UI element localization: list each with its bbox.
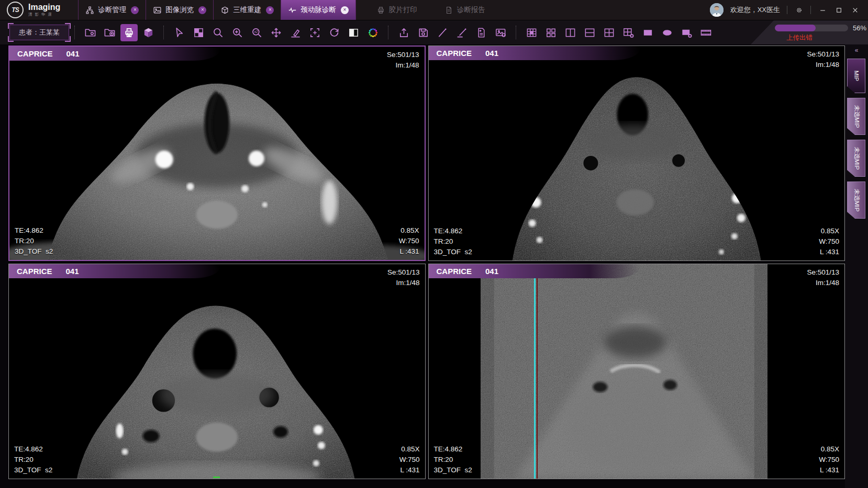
layout-quad-small-button[interactable] (542, 24, 560, 41)
welcome-text: 欢迎您，XX医生 (730, 5, 780, 15)
folder-gear-icon (84, 27, 96, 39)
tab-film-print[interactable]: 胶片打印 (370, 0, 424, 20)
tab-diagnosis-report[interactable]: 诊断报告 (438, 0, 492, 20)
roi-plus-icon (309, 27, 321, 39)
minimize-icon[interactable] (818, 5, 827, 15)
toolbar-separator (516, 26, 517, 39)
pencil-ruler-icon (290, 27, 302, 39)
tab-close-icon[interactable]: × (198, 6, 206, 14)
viewport-top-right[interactable]: CAPRICE041 Se:501/13Im:1/48 TE:4.862TR:2… (428, 46, 845, 261)
settings-gear-icon[interactable] (794, 5, 804, 15)
overlay-acquisition-info: TE:4.862TR:203D_TOF s2 (14, 444, 52, 475)
overlay-window-info: 0.85XW:750L :431 (399, 444, 420, 475)
grid-remove-icon (622, 27, 635, 39)
shape-rect-button[interactable] (639, 24, 656, 41)
right-side-rail: « MIP 未选MIP 未选MIP 未选MIP (845, 44, 868, 488)
draw-line-button[interactable] (434, 24, 451, 41)
series-title: CAPRICE (17, 49, 53, 58)
corner-mark (8, 23, 14, 29)
layout-clear-button[interactable] (620, 24, 637, 41)
overlay-acquisition-info: TE:4.862TR:203D_TOF s2 (15, 225, 53, 257)
side-tab-mip[interactable]: MIP (847, 59, 865, 93)
color-wheel-icon (367, 27, 379, 39)
annotate-line-button[interactable] (453, 24, 471, 41)
magnify-button[interactable] (209, 24, 227, 41)
zoom-in-button[interactable] (229, 24, 246, 41)
tab-close-icon[interactable]: × (131, 6, 139, 14)
viewport-bottom-right[interactable]: CAPRICE041 Se:501/13Im:1/48 TE:4.862TR:2… (428, 264, 845, 479)
rotate-button[interactable] (326, 24, 343, 41)
top-bar: TS Imaging 清影华康 诊断管理 × 图像浏览 × (0, 0, 868, 20)
invert-icon (348, 27, 360, 39)
close-icon[interactable] (850, 5, 860, 15)
tab-label: 图像浏览 (165, 5, 194, 15)
side-tab-unselected-mip-3[interactable]: 未选MIP (847, 181, 865, 219)
series-number: 041 (66, 49, 80, 58)
tab-diagnosis-management[interactable]: 诊断管理 × (78, 0, 146, 20)
layout-grid-button[interactable] (523, 24, 540, 41)
viewport-bottom-left[interactable]: CAPRICE041 Se:501/13Im:1/48 TE:4.862TR:2… (8, 264, 426, 479)
user-avatar[interactable] (710, 3, 724, 17)
scroll-position-indicator (213, 476, 220, 478)
overlay-series-info: Se:501/13Im:1/48 (807, 267, 839, 288)
overlay-series-info: Se:501/13Im:1/48 (807, 49, 839, 70)
filmstrip-icon (700, 27, 712, 39)
side-tab-unselected-mip-1[interactable]: 未选MIP (847, 98, 865, 135)
window-level-button[interactable] (190, 24, 207, 41)
collapse-panel-icon[interactable]: « (845, 47, 868, 54)
add-study-button[interactable] (101, 24, 118, 41)
grid-2x2-icon (603, 27, 615, 39)
tab-label: 诊断管理 (98, 5, 126, 15)
series-banner: CAPRICE041 (9, 47, 220, 61)
save-button[interactable] (415, 24, 432, 41)
pan-arrows-icon (270, 27, 282, 39)
series-title: CAPRICE (17, 267, 52, 276)
cube-icon (220, 6, 229, 15)
filmstrip-button[interactable] (697, 24, 715, 41)
overlay-window-info: 0.85XW:750L :431 (399, 225, 419, 257)
layout-two-rows-button[interactable] (581, 24, 598, 41)
export-button[interactable] (395, 24, 413, 41)
pan-button[interactable] (268, 24, 285, 41)
export-image-button[interactable] (492, 24, 509, 41)
shape-rect-clear-button[interactable] (678, 24, 695, 41)
waveform-icon (288, 6, 297, 15)
pointer-tool-button[interactable] (171, 24, 188, 41)
tab-carotid-diagnosis[interactable]: 颈动脉诊断 × (281, 0, 356, 20)
patient-field[interactable]: 患者：王某某 (9, 25, 69, 40)
series-title: CAPRICE (437, 267, 472, 276)
upload-progress-fill (775, 25, 816, 31)
layout-two-columns-button[interactable] (562, 24, 579, 41)
side-tab-unselected-mip-2[interactable]: 未选MIP (847, 140, 865, 177)
mri-axial-image (429, 46, 845, 260)
upload-progress-bar (775, 25, 848, 31)
zoom-2x-button[interactable]: x2 (248, 24, 265, 41)
mri-axial-image (9, 47, 425, 260)
report-icon (444, 6, 453, 15)
tab-3d-reconstruction[interactable]: 三维重建 × (213, 0, 281, 20)
measure-line-button[interactable] (287, 24, 304, 41)
invert-button[interactable] (345, 24, 362, 41)
filled-rect-icon (642, 27, 654, 39)
maximize-icon[interactable] (834, 5, 843, 15)
tab-close-icon[interactable]: × (266, 6, 274, 14)
reference-line-cyan[interactable] (534, 264, 536, 479)
viewport-top-left[interactable]: CAPRICE041 Se:501/13Im:1/48 TE:4.862TR:2… (8, 46, 426, 261)
open-study-settings-button[interactable] (82, 24, 99, 41)
overlay-window-info: 0.85XW:750L :431 (819, 226, 839, 257)
magnifier-x2-icon: x2 (251, 27, 263, 39)
report-add-button[interactable] (473, 24, 490, 41)
layout-quad-button[interactable] (600, 24, 618, 41)
volume-3d-button[interactable] (140, 24, 157, 41)
pseudo-color-button[interactable] (364, 24, 382, 41)
print-button[interactable] (120, 24, 138, 41)
tab-image-browse[interactable]: 图像浏览 × (146, 0, 213, 20)
shape-ellipse-button[interactable] (659, 24, 676, 41)
line-measure-icon (456, 27, 468, 39)
tab-label: 三维重建 (233, 5, 261, 15)
series-number: 041 (485, 49, 498, 58)
tab-close-icon[interactable]: × (341, 6, 349, 14)
roi-add-button[interactable] (306, 24, 324, 41)
toolbar: 患者：王某某 x2 (0, 20, 868, 44)
grid-3x3-icon (526, 27, 538, 39)
